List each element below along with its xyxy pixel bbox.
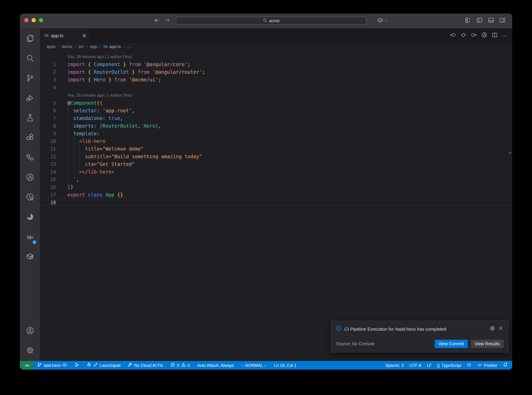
activity-item-container-tools[interactable] bbox=[21, 247, 38, 267]
code-text: import { Hero } from '@acme/ui'; bbox=[56, 76, 161, 83]
activity-item-testing[interactable] bbox=[21, 109, 38, 128]
code-line-5: 5@Component({ bbox=[40, 99, 512, 107]
customize-layout-icon[interactable] bbox=[465, 17, 471, 25]
activity-bar: N>2 bbox=[20, 28, 40, 361]
gear-icon[interactable] bbox=[490, 325, 495, 332]
command-center-search[interactable]: acme bbox=[176, 17, 367, 25]
editor-group: TS app.ts ✕ ⋯ apps›demo›src›app›TSapp.ts… bbox=[40, 28, 512, 361]
git-branch-status[interactable]: add-hero bbox=[37, 362, 67, 368]
nx-cloud-icon bbox=[26, 213, 34, 222]
activity-item-source-control[interactable] bbox=[21, 69, 38, 89]
notifications-bell[interactable] bbox=[503, 362, 508, 368]
split-editor-icon[interactable] bbox=[492, 32, 498, 39]
code-text: export class App {} bbox=[56, 191, 123, 198]
code-text: `, bbox=[56, 176, 79, 183]
status-label: Ln 18, Col 1 bbox=[274, 363, 296, 368]
arrow-right-icon[interactable] bbox=[164, 17, 170, 25]
language-status[interactable]: {}TypeScript bbox=[437, 363, 461, 368]
activity-item-run-debug[interactable] bbox=[21, 89, 38, 109]
commit-graph-icon bbox=[74, 362, 79, 368]
source-control-icon bbox=[26, 74, 34, 83]
run-back-icon[interactable] bbox=[450, 32, 456, 39]
status-label: add-hero bbox=[44, 363, 60, 368]
close-traffic-light[interactable] bbox=[24, 18, 28, 22]
activity-item-nx-cloud[interactable] bbox=[21, 208, 38, 227]
line-number: 9 bbox=[40, 130, 56, 137]
activity-item-project-details[interactable] bbox=[21, 148, 38, 168]
source-control-graph-icon bbox=[26, 173, 34, 182]
breadcrumb: apps›demo›src›app›TSapp.ts›... bbox=[40, 43, 512, 50]
nx-cloud-ai-fix-status[interactable]: Nx Cloud AI Fix bbox=[128, 362, 163, 368]
git-branch-icon bbox=[37, 362, 42, 368]
remote-indicator[interactable]: >< bbox=[20, 361, 34, 370]
scm-graph-circle-icon[interactable] bbox=[481, 32, 487, 39]
code-line-11: 11 title="Welcmoe demo" bbox=[40, 145, 512, 153]
git-blame-annotation: You, 26 minutes ago | 1 author (You) bbox=[40, 55, 132, 59]
launchpad-status[interactable]: Launchpad bbox=[86, 362, 120, 368]
status-label: TypeScript bbox=[441, 363, 461, 368]
activity-item-source-control-graph[interactable] bbox=[21, 168, 38, 188]
code-line-10: 10 <lib-hero bbox=[40, 137, 512, 145]
line-number: 2 bbox=[40, 68, 56, 76]
bell-badge-icon bbox=[503, 362, 508, 368]
code-text: template: ` bbox=[56, 130, 105, 137]
status-label: -- NORMAL -- bbox=[241, 363, 267, 368]
problems-status[interactable]: 00 bbox=[170, 362, 190, 368]
line-number: 16 bbox=[40, 183, 56, 191]
breadcrumb-file-label: app.ts bbox=[109, 44, 121, 49]
breadcrumb-item-app[interactable]: app bbox=[90, 44, 97, 49]
activity-item-settings-gear[interactable] bbox=[21, 341, 38, 361]
run-forward-icon[interactable] bbox=[471, 32, 477, 39]
code-line-1: 1import { Component } from '@angular/cor… bbox=[40, 60, 512, 68]
activity-item-explorer[interactable] bbox=[21, 29, 38, 49]
activity-item-account[interactable] bbox=[21, 321, 38, 341]
breadcrumb-more[interactable]: ... bbox=[127, 44, 130, 49]
toggle-sidebar-right-icon[interactable] bbox=[499, 17, 505, 25]
activity-item-extensions[interactable] bbox=[21, 128, 38, 148]
line-number: 12 bbox=[40, 153, 56, 160]
code-line-18: 18 bbox=[40, 198, 512, 206]
breadcrumb-item-apps[interactable]: apps bbox=[47, 44, 56, 49]
view-results-button[interactable]: View Results bbox=[471, 340, 504, 348]
auto-attach-status[interactable]: Auto Attach: Always bbox=[197, 363, 234, 368]
status-label: Nx Cloud AI Fix bbox=[134, 363, 163, 368]
activity-item-search-view[interactable] bbox=[21, 49, 38, 69]
tab-label: app.ts bbox=[51, 33, 63, 38]
zoom-traffic-light[interactable] bbox=[39, 18, 43, 22]
breadcrumb-file[interactable]: TSapp.ts bbox=[103, 44, 121, 49]
breadcrumb-item-src[interactable]: src bbox=[78, 44, 84, 49]
screenshot-canvas: acme N>2 TS app.ts bbox=[0, 0, 532, 395]
close-icon[interactable] bbox=[498, 325, 504, 332]
commit-graph-status[interactable] bbox=[74, 362, 79, 368]
toggle-sidebar-left-icon[interactable] bbox=[476, 17, 483, 25]
wrench-icon bbox=[128, 362, 133, 368]
line-number: 6 bbox=[40, 107, 56, 114]
line-number: 4 bbox=[40, 83, 56, 91]
extensions-icon bbox=[26, 133, 34, 143]
notification-title: CI Pipeline Execution for #add-hero has … bbox=[344, 326, 487, 332]
encoding-status[interactable]: UTF-8 bbox=[409, 363, 421, 368]
copilot-status[interactable] bbox=[467, 362, 472, 368]
code-text: standalone: true, bbox=[56, 114, 123, 122]
cursor-position-status[interactable]: Ln 18, Col 1 bbox=[274, 363, 296, 368]
breadcrumb-item-demo[interactable]: demo bbox=[62, 44, 72, 49]
copilot-menu[interactable] bbox=[377, 14, 388, 28]
minimize-traffic-light[interactable] bbox=[32, 18, 36, 22]
code-line-4: 4 bbox=[40, 83, 512, 91]
tab-app-ts[interactable]: TS app.ts ✕ bbox=[40, 28, 90, 43]
view-commit-button[interactable]: View Commit bbox=[435, 340, 468, 348]
activity-item-nx-console[interactable]: N>2 bbox=[21, 227, 38, 247]
more-actions-icon[interactable]: ⋯ bbox=[502, 33, 508, 39]
prettier-status[interactable]: Prettier bbox=[477, 362, 497, 368]
vim-mode-status[interactable]: -- NORMAL -- bbox=[241, 363, 267, 368]
run-current-icon[interactable] bbox=[460, 32, 466, 39]
activity-item-graph-search[interactable] bbox=[21, 188, 38, 208]
code-editor[interactable]: You, 26 minutes ago | 1 author (You)1imp… bbox=[40, 50, 512, 361]
eol-status[interactable]: LF bbox=[427, 363, 432, 368]
arrow-left-icon[interactable] bbox=[154, 17, 160, 25]
toggle-panel-icon[interactable] bbox=[488, 17, 494, 25]
project-details-icon bbox=[26, 153, 34, 163]
close-icon[interactable]: ✕ bbox=[82, 33, 86, 38]
code-text: }) bbox=[56, 183, 73, 191]
indentation-status[interactable]: Spaces: 2 bbox=[385, 363, 404, 368]
